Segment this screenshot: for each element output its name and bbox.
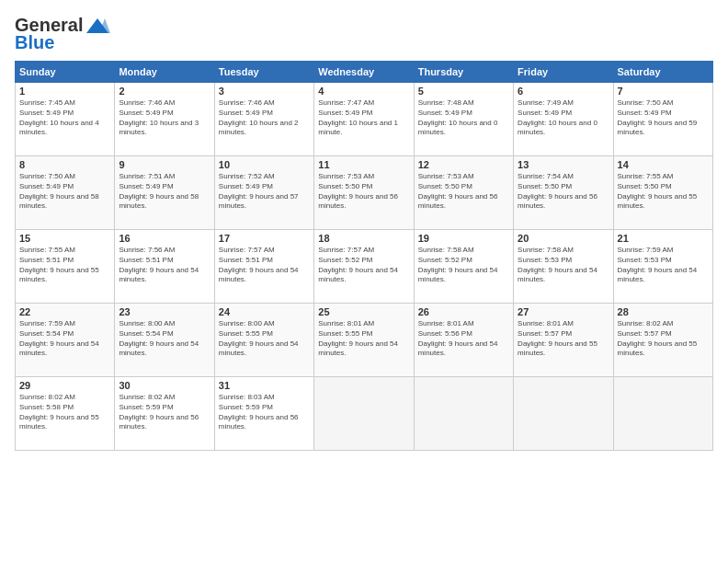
day-number: 14 (618, 159, 709, 170)
calendar-week-5: 29Sunrise: 8:02 AMSunset: 5:58 PMDayligh… (16, 377, 713, 451)
calendar-cell: 10Sunrise: 7:52 AMSunset: 5:49 PMDayligh… (214, 156, 313, 230)
calendar-cell: 3Sunrise: 7:46 AMSunset: 5:49 PMDaylight… (214, 83, 313, 156)
col-header-monday: Monday (115, 62, 214, 83)
calendar-cell: 4Sunrise: 7:47 AMSunset: 5:49 PMDaylight… (314, 83, 414, 156)
calendar-cell: 23Sunrise: 8:00 AMSunset: 5:54 PMDayligh… (115, 304, 214, 377)
day-number: 10 (219, 159, 310, 170)
cell-details: Sunrise: 7:58 AMSunset: 5:53 PMDaylight:… (518, 246, 609, 285)
calendar-cell: 20Sunrise: 7:58 AMSunset: 5:53 PMDayligh… (514, 230, 613, 304)
calendar-cell: 9Sunrise: 7:51 AMSunset: 5:49 PMDaylight… (115, 156, 214, 230)
day-number: 29 (19, 380, 110, 391)
calendar-cell: 1Sunrise: 7:45 AMSunset: 5:49 PMDaylight… (16, 83, 115, 156)
calendar-cell: 13Sunrise: 7:54 AMSunset: 5:50 PMDayligh… (514, 156, 613, 230)
day-number: 22 (19, 306, 110, 317)
day-number: 6 (518, 86, 609, 97)
calendar-week-2: 8Sunrise: 7:50 AMSunset: 5:49 PMDaylight… (16, 156, 713, 230)
calendar-cell: 19Sunrise: 7:58 AMSunset: 5:52 PMDayligh… (414, 230, 513, 304)
calendar-cell: 12Sunrise: 7:53 AMSunset: 5:50 PMDayligh… (414, 156, 513, 230)
calendar-cell: 16Sunrise: 7:56 AMSunset: 5:51 PMDayligh… (115, 230, 214, 304)
cell-details: Sunrise: 8:01 AMSunset: 5:55 PMDaylight:… (318, 319, 409, 359)
cell-details: Sunrise: 7:52 AMSunset: 5:49 PMDaylight:… (219, 172, 310, 212)
cell-details: Sunrise: 8:02 AMSunset: 5:59 PMDaylight:… (119, 393, 210, 432)
day-number: 16 (119, 233, 210, 244)
day-number: 18 (318, 233, 409, 244)
calendar-cell: 7Sunrise: 7:50 AMSunset: 5:49 PMDaylight… (613, 83, 712, 156)
day-number: 28 (618, 306, 709, 317)
cell-details: Sunrise: 7:55 AMSunset: 5:50 PMDaylight:… (618, 172, 709, 212)
day-number: 31 (219, 380, 310, 391)
calendar-cell (514, 377, 613, 451)
day-number: 9 (119, 159, 210, 170)
cell-details: Sunrise: 7:53 AMSunset: 5:50 PMDaylight:… (318, 172, 409, 212)
calendar-cell (414, 377, 513, 451)
cell-details: Sunrise: 8:02 AMSunset: 5:58 PMDaylight:… (19, 393, 110, 432)
calendar-cell: 22Sunrise: 7:59 AMSunset: 5:54 PMDayligh… (16, 304, 115, 377)
calendar-cell: 25Sunrise: 8:01 AMSunset: 5:55 PMDayligh… (314, 304, 414, 377)
calendar-cell: 18Sunrise: 7:57 AMSunset: 5:52 PMDayligh… (314, 230, 414, 304)
cell-details: Sunrise: 7:56 AMSunset: 5:51 PMDaylight:… (119, 246, 210, 285)
calendar-cell: 8Sunrise: 7:50 AMSunset: 5:49 PMDaylight… (16, 156, 115, 230)
calendar-week-4: 22Sunrise: 7:59 AMSunset: 5:54 PMDayligh… (16, 304, 713, 377)
day-number: 23 (119, 306, 210, 317)
calendar-cell: 27Sunrise: 8:01 AMSunset: 5:57 PMDayligh… (514, 304, 613, 377)
day-number: 5 (418, 86, 509, 97)
calendar-week-3: 15Sunrise: 7:55 AMSunset: 5:51 PMDayligh… (16, 230, 713, 304)
cell-details: Sunrise: 7:47 AMSunset: 5:49 PMDaylight:… (318, 98, 409, 138)
cell-details: Sunrise: 7:46 AMSunset: 5:49 PMDaylight:… (119, 98, 210, 138)
calendar-cell: 30Sunrise: 8:02 AMSunset: 5:59 PMDayligh… (115, 377, 214, 451)
cell-details: Sunrise: 8:00 AMSunset: 5:55 PMDaylight:… (219, 319, 310, 359)
col-header-saturday: Saturday (613, 62, 712, 83)
cell-details: Sunrise: 7:50 AMSunset: 5:49 PMDaylight:… (19, 172, 110, 212)
day-number: 26 (418, 306, 509, 317)
day-number: 21 (618, 233, 709, 244)
day-number: 17 (219, 233, 310, 244)
cell-details: Sunrise: 8:02 AMSunset: 5:57 PMDaylight:… (618, 319, 709, 359)
cell-details: Sunrise: 7:57 AMSunset: 5:52 PMDaylight:… (318, 246, 409, 285)
cell-details: Sunrise: 7:59 AMSunset: 5:54 PMDaylight:… (19, 319, 110, 359)
cell-details: Sunrise: 8:01 AMSunset: 5:56 PMDaylight:… (418, 319, 509, 359)
day-number: 8 (19, 159, 110, 170)
calendar-cell: 31Sunrise: 8:03 AMSunset: 5:59 PMDayligh… (214, 377, 313, 451)
cell-details: Sunrise: 7:49 AMSunset: 5:49 PMDaylight:… (518, 98, 609, 138)
day-number: 11 (318, 159, 409, 170)
calendar-cell: 17Sunrise: 7:57 AMSunset: 5:51 PMDayligh… (214, 230, 313, 304)
day-number: 4 (318, 86, 409, 97)
calendar-cell: 14Sunrise: 7:55 AMSunset: 5:50 PMDayligh… (613, 156, 712, 230)
day-number: 30 (119, 380, 210, 391)
day-number: 20 (518, 233, 609, 244)
day-number: 12 (418, 159, 509, 170)
cell-details: Sunrise: 8:03 AMSunset: 5:59 PMDaylight:… (219, 393, 310, 432)
day-number: 2 (119, 86, 210, 97)
cell-details: Sunrise: 7:48 AMSunset: 5:49 PMDaylight:… (418, 98, 509, 138)
col-header-sunday: Sunday (16, 62, 115, 83)
day-number: 3 (219, 86, 310, 97)
day-number: 25 (318, 306, 409, 317)
cell-details: Sunrise: 7:45 AMSunset: 5:49 PMDaylight:… (19, 98, 110, 138)
cell-details: Sunrise: 7:55 AMSunset: 5:51 PMDaylight:… (19, 246, 110, 285)
day-number: 1 (19, 86, 110, 97)
cell-details: Sunrise: 7:58 AMSunset: 5:52 PMDaylight:… (418, 246, 509, 285)
col-header-tuesday: Tuesday (214, 62, 313, 83)
calendar-table: SundayMondayTuesdayWednesdayThursdayFrid… (15, 61, 713, 451)
cell-details: Sunrise: 7:54 AMSunset: 5:50 PMDaylight:… (518, 172, 609, 212)
day-number: 15 (19, 233, 110, 244)
page: General Blue SundayMondayTuesdayWednesda… (0, 0, 728, 460)
cell-details: Sunrise: 7:46 AMSunset: 5:49 PMDaylight:… (219, 98, 310, 138)
calendar-cell: 11Sunrise: 7:53 AMSunset: 5:50 PMDayligh… (314, 156, 414, 230)
day-number: 13 (518, 159, 609, 170)
calendar-cell: 5Sunrise: 7:48 AMSunset: 5:49 PMDaylight… (414, 83, 513, 156)
calendar-cell: 28Sunrise: 8:02 AMSunset: 5:57 PMDayligh… (613, 304, 712, 377)
day-number: 27 (518, 306, 609, 317)
cell-details: Sunrise: 7:57 AMSunset: 5:51 PMDaylight:… (219, 246, 310, 285)
calendar-cell: 15Sunrise: 7:55 AMSunset: 5:51 PMDayligh… (16, 230, 115, 304)
calendar-cell (613, 377, 712, 451)
cell-details: Sunrise: 7:59 AMSunset: 5:53 PMDaylight:… (618, 246, 709, 285)
calendar-cell: 24Sunrise: 8:00 AMSunset: 5:55 PMDayligh… (214, 304, 313, 377)
cell-details: Sunrise: 8:00 AMSunset: 5:54 PMDaylight:… (119, 319, 210, 359)
cell-details: Sunrise: 7:53 AMSunset: 5:50 PMDaylight:… (418, 172, 509, 212)
cell-details: Sunrise: 7:51 AMSunset: 5:49 PMDaylight:… (119, 172, 210, 212)
logo-blue: Blue (15, 32, 54, 53)
day-number: 24 (219, 306, 310, 317)
calendar-week-1: 1Sunrise: 7:45 AMSunset: 5:49 PMDaylight… (16, 83, 713, 156)
logo: General Blue (15, 15, 110, 53)
